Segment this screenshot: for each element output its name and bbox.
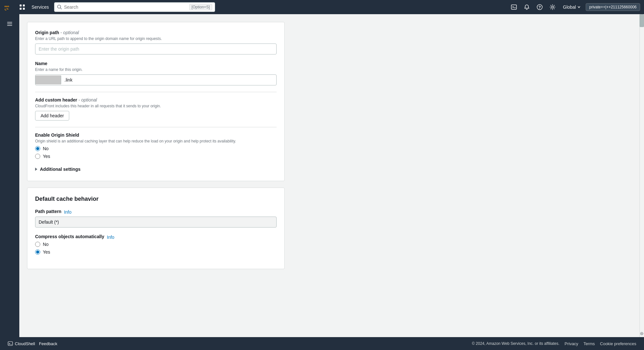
name-label: Name (35, 61, 277, 66)
custom-header-label: Add custom header - optional (35, 97, 277, 102)
compress-objects-info-link[interactable]: Info (107, 235, 114, 240)
path-pattern-value: Default (*) (35, 217, 277, 228)
origin-shield-no-label: No (43, 146, 49, 151)
custom-header-group: Add custom header - optional CloudFront … (35, 97, 277, 121)
compress-no-label: No (43, 242, 49, 247)
scrollbar-thumb[interactable] (639, 14, 644, 27)
origin-path-label: Origin path - optional (35, 30, 277, 35)
path-pattern-label: Path pattern (35, 209, 62, 214)
scroll-to-top-icon[interactable] (639, 331, 644, 336)
svg-text:aws: aws (5, 5, 9, 8)
compress-objects-label-row: Compress objects automatically Info (35, 234, 277, 240)
additional-settings-label: Additional settings (40, 167, 80, 172)
compress-yes-label: Yes (43, 249, 50, 255)
divider-2 (35, 127, 277, 127)
origin-path-description: Enter a URL path to append to the origin… (35, 36, 277, 41)
svg-rect-2 (23, 5, 25, 6)
add-header-button[interactable]: Add header (35, 111, 69, 121)
settings-icon-button[interactable] (547, 2, 558, 12)
origin-settings-section: Origin path - optional Enter a URL path … (27, 22, 285, 181)
account-button[interactable]: private++|++211125660006 (586, 3, 640, 11)
origin-shield-no-option[interactable]: No (35, 146, 277, 151)
name-suffix: .link (61, 75, 76, 84)
cache-behavior-section: Default cache behavior Path pattern Info… (27, 188, 285, 269)
top-navigation: aws Services [Option+S] (0, 0, 644, 14)
search-shortcut: [Option+S] (189, 4, 212, 10)
compress-yes-radio[interactable] (35, 249, 40, 255)
name-description: Enter a name for this origin. (35, 67, 277, 72)
origin-path-input[interactable] (35, 44, 277, 54)
origin-shield-label: Enable Origin Shield (35, 132, 277, 138)
aws-logo[interactable]: aws (4, 1, 15, 13)
global-region-button[interactable]: Global (560, 3, 583, 11)
path-pattern-group: Path pattern Info Default (*) (35, 209, 277, 228)
origin-shield-yes-radio[interactable] (35, 154, 40, 159)
origin-shield-description: Origin shield is an additional caching l… (35, 139, 277, 143)
origin-shield-group: Enable Origin Shield Origin shield is an… (35, 132, 277, 159)
search-input[interactable] (64, 5, 189, 10)
search-bar: [Option+S] (54, 2, 215, 12)
help-icon-button[interactable]: ? (535, 2, 545, 12)
compress-no-radio[interactable] (35, 242, 40, 247)
origin-path-group: Origin path - optional Enter a URL path … (35, 30, 277, 54)
svg-rect-4 (23, 8, 25, 10)
origin-shield-radio-group: No Yes (35, 146, 277, 159)
divider-1 (35, 92, 277, 92)
origin-shield-yes-option[interactable]: Yes (35, 154, 277, 159)
cache-behavior-title: Default cache behavior (35, 196, 277, 202)
services-button[interactable]: Services (29, 3, 52, 11)
chevron-right-icon (35, 168, 37, 171)
sidebar-menu-button[interactable] (4, 18, 15, 31)
bell-icon-button[interactable] (522, 2, 532, 12)
svg-text:?: ? (539, 5, 541, 10)
name-prefix (35, 75, 61, 84)
scrollbar-track[interactable] (639, 14, 644, 337)
additional-settings-toggle[interactable]: Additional settings (35, 165, 277, 173)
origin-shield-yes-label: Yes (43, 154, 50, 159)
apps-menu-button[interactable] (18, 3, 26, 11)
sidebar (0, 14, 19, 337)
name-group: Name Enter a name for this origin. .link (35, 61, 277, 85)
origin-shield-no-radio[interactable] (35, 146, 40, 151)
terminal-icon-button[interactable] (509, 2, 519, 12)
main-content: Origin path - optional Enter a URL path … (19, 14, 644, 337)
compress-objects-group: Compress objects automatically Info No Y… (35, 234, 277, 255)
svg-line-6 (60, 8, 62, 9)
compress-no-option[interactable]: No (35, 242, 277, 247)
path-pattern-label-row: Path pattern Info (35, 209, 277, 215)
compress-objects-label: Compress objects automatically (35, 234, 104, 239)
compress-yes-option[interactable]: Yes (35, 249, 277, 255)
svg-point-11 (552, 6, 554, 8)
svg-rect-1 (20, 5, 22, 6)
path-pattern-info-link[interactable]: Info (64, 209, 71, 215)
name-input-wrapper: .link (35, 74, 277, 85)
custom-header-description: CloudFront includes this header in all r… (35, 104, 277, 108)
compress-objects-radio-group: No Yes (35, 242, 277, 255)
svg-rect-3 (20, 8, 22, 10)
